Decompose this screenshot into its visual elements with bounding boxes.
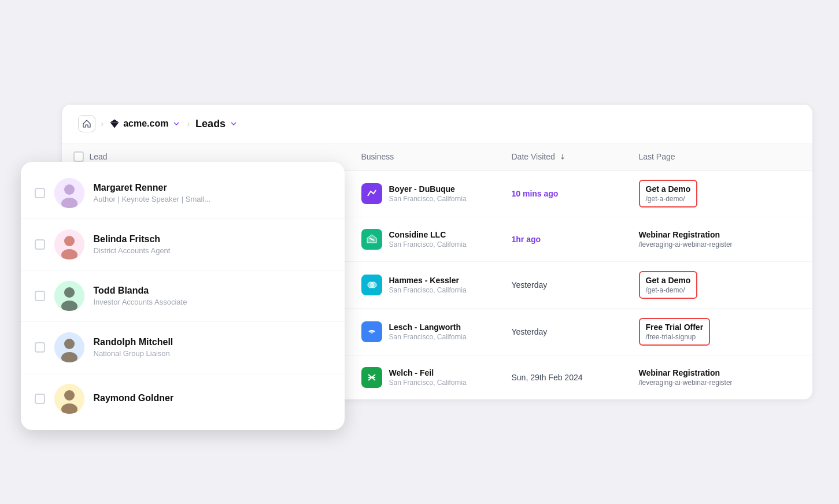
breadcrumb-gem-label: acme.com (123, 118, 168, 129)
panel-name-todd: Todd Blanda (94, 286, 187, 296)
panel-row-randolph[interactable]: Randolph Mitchell National Group Liaison (21, 322, 345, 373)
page-path-belinda: /leveraging-ai-webinar-register (639, 240, 801, 249)
svg-point-13 (64, 390, 75, 401)
date-belinda: 1hr ago (512, 235, 639, 244)
biz-info-welch: Welch - Feil San Francisco, California (389, 368, 467, 387)
biz-cell-todd: Hammes - Kessler San Francisco, Californ… (361, 275, 512, 295)
panel-info-belinda: Belinda Fritsch District Accounts Agent (94, 234, 171, 255)
select-all-checkbox[interactable] (73, 151, 84, 162)
biz-cell-belinda: Considine LLC San Francisco, California (361, 229, 512, 250)
panel-info-todd: Todd Blanda Investor Accounts Associate (94, 286, 187, 306)
biz-loc-boyer: San Francisco, California (389, 195, 467, 203)
panel-info-margaret: Margaret Renner Author | Keynote Speaker… (94, 183, 211, 203)
panel-avatar-belinda (54, 229, 84, 260)
page-name-randolph: Free Trial Offer (646, 323, 704, 332)
svg-point-7 (64, 287, 75, 298)
svg-point-32 (370, 330, 374, 333)
page-margaret: Get a Demo /get-a-demo/ (639, 180, 698, 207)
date-todd: Yesterday (512, 280, 639, 290)
panel-info-randolph: Randolph Mitchell National Group Liaison (94, 337, 173, 358)
home-button[interactable] (78, 115, 95, 132)
panel-info-raymond: Raymond Goldner (94, 393, 174, 405)
svg-point-10 (64, 339, 75, 349)
panel-name-belinda: Belinda Fritsch (94, 234, 171, 244)
panel-title-belinda: District Accounts Agent (94, 246, 171, 255)
biz-loc-lesch: San Francisco, California (389, 333, 467, 341)
biz-name-lesch: Lesch - Langworth (389, 323, 467, 332)
panel-name-randolph: Randolph Mitchell (94, 337, 173, 347)
page-path-raymond: /leveraging-ai-webinar-register (639, 379, 801, 387)
panel-name-margaret: Margaret Renner (94, 183, 211, 193)
page-randolph: Free Trial Offer /free-trial-signup (639, 318, 711, 346)
col-header-date[interactable]: Date Visited (512, 151, 639, 162)
home-icon (82, 119, 91, 128)
panel-row-belinda[interactable]: Belinda Fritsch District Accounts Agent (21, 219, 345, 270)
biz-logo-lesch (361, 321, 382, 342)
biz-info-hammes: Hammes - Kessler San Francisco, Californ… (389, 276, 467, 294)
col-business-label: Business (361, 152, 394, 161)
floating-leads-panel: Margaret Renner Author | Keynote Speaker… (21, 162, 345, 430)
biz-cell-randolph: Lesch - Langworth San Francisco, Califor… (361, 321, 512, 342)
panel-name-raymond: Raymond Goldner (94, 393, 174, 403)
panel-checkbox-raymond[interactable] (35, 394, 45, 404)
panel-checkbox-margaret[interactable] (35, 188, 45, 198)
sort-icon (559, 153, 567, 161)
panel-row-raymond[interactable]: Raymond Goldner (21, 373, 345, 424)
biz-logo-boyer (361, 183, 382, 204)
panel-title-todd: Investor Accounts Associate (94, 298, 187, 306)
biz-info-boyer: Boyer - DuBuque San Francisco, Californi… (389, 184, 467, 203)
panel-avatar-randolph (54, 332, 84, 362)
panel-avatar-todd (54, 281, 84, 311)
panel-row-todd[interactable]: Todd Blanda Investor Accounts Associate (21, 270, 345, 322)
date-raymond: Sun, 29th Feb 2024 (512, 373, 639, 382)
panel-title-margaret: Author | Keynote Speaker | Small... (94, 195, 211, 203)
breadcrumb-leads-item[interactable]: Leads (195, 118, 238, 130)
date-randolph: Yesterday (512, 327, 639, 336)
biz-loc-hammes: San Francisco, California (389, 286, 467, 294)
col-header-page: Last Page (639, 151, 801, 162)
page-path-todd: /get-a-demo/ (646, 286, 691, 294)
biz-cell-raymond: Welch - Feil San Francisco, California (361, 367, 512, 388)
biz-logo-welch (361, 367, 382, 388)
sep-1: › (101, 119, 104, 128)
panel-avatar-margaret (54, 178, 84, 208)
panel-checkbox-randolph[interactable] (35, 342, 45, 353)
breadcrumb-leads-label: Leads (195, 118, 226, 130)
svg-point-1 (64, 184, 75, 195)
biz-info-lesch: Lesch - Langworth San Francisco, Califor… (389, 323, 467, 341)
gem-icon (109, 118, 120, 129)
panel-avatar-raymond (54, 384, 84, 414)
biz-name-boyer: Boyer - DuBuque (389, 184, 467, 194)
biz-loc-welch: San Francisco, California (389, 379, 467, 387)
biz-logo-considine (361, 229, 382, 250)
page-belinda: Webinar Registration /leveraging-ai-webi… (639, 230, 801, 249)
panel-checkbox-todd[interactable] (35, 291, 45, 301)
biz-name-hammes: Hammes - Kessler (389, 276, 467, 285)
biz-name-considine: Considine LLC (389, 230, 467, 239)
chevron-down-leads-icon (229, 119, 238, 128)
svg-point-4 (64, 236, 75, 246)
col-header-business: Business (361, 151, 512, 162)
page-name-todd: Get a Demo (646, 276, 691, 285)
page-container: Margaret Renner Author | Keynote Speaker… (21, 98, 819, 406)
date-margaret: 10 mins ago (512, 189, 639, 198)
col-page-label: Last Page (639, 152, 675, 161)
biz-name-welch: Welch - Feil (389, 368, 467, 377)
chevron-down-gem-icon (172, 119, 181, 128)
breadcrumb: › acme.com › Leads (62, 105, 812, 143)
page-name-belinda: Webinar Registration (639, 230, 801, 239)
panel-checkbox-belinda[interactable] (35, 239, 45, 250)
page-path-margaret: /get-a-demo/ (646, 195, 691, 203)
page-todd: Get a Demo /get-a-demo/ (639, 271, 698, 299)
breadcrumb-gem-item[interactable]: acme.com (109, 118, 181, 129)
col-date-label: Date Visited (512, 152, 555, 161)
page-raymond: Webinar Registration /leveraging-ai-webi… (639, 368, 801, 387)
biz-info-considine: Considine LLC San Francisco, California (389, 230, 467, 249)
panel-row-margaret[interactable]: Margaret Renner Author | Keynote Speaker… (21, 168, 345, 219)
biz-cell-margaret: Boyer - DuBuque San Francisco, Californi… (361, 183, 512, 204)
biz-loc-considine: San Francisco, California (389, 240, 467, 249)
page-name-margaret: Get a Demo (646, 184, 691, 194)
svg-point-28 (371, 282, 376, 288)
page-path-randolph: /free-trial-signup (646, 333, 704, 341)
panel-title-randolph: National Group Liaison (94, 349, 173, 358)
